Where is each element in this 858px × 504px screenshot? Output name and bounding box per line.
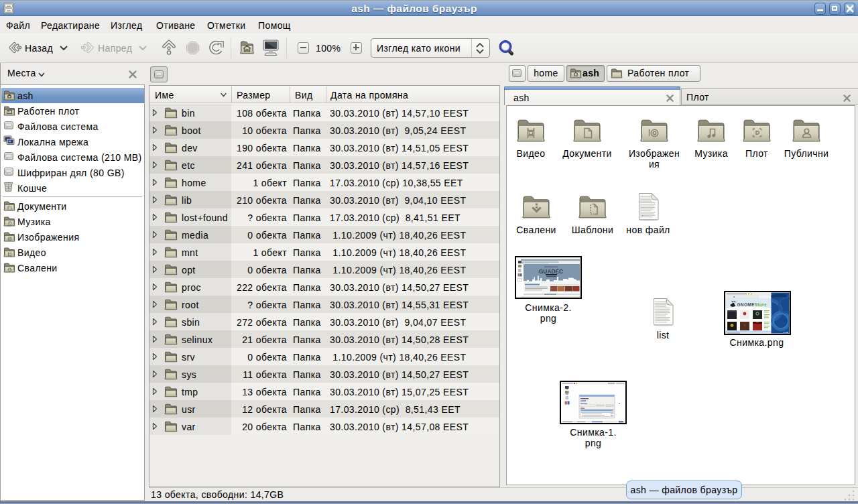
svg-text:GNOME: GNOME bbox=[737, 302, 755, 307]
svg-text:Store: Store bbox=[755, 302, 767, 307]
svg-text:GUADEC: GUADEC bbox=[539, 268, 563, 275]
